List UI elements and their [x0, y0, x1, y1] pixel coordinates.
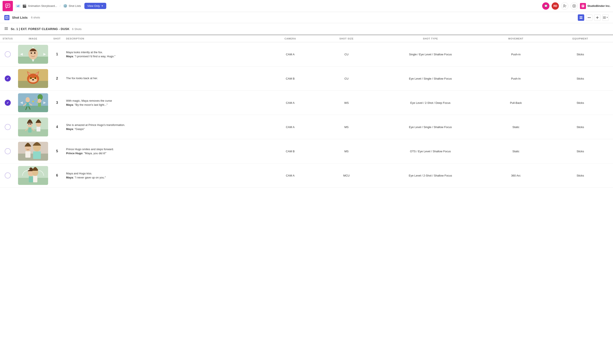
svg-rect-0: [6, 4, 10, 7]
shot-description: Prince Hugo smiles and steps forward.Pri…: [64, 139, 264, 163]
status-cell[interactable]: [0, 91, 15, 115]
status-cell[interactable]: [0, 115, 15, 139]
shot-type: Eye Level / Single / Shallow Focus: [377, 115, 484, 139]
more-options-button[interactable]: •••: [586, 14, 592, 21]
storyboard-image: [18, 166, 48, 185]
scene-number: Sc. 1: [11, 27, 18, 31]
nav-project: 🎬 Animation Storyboard...: [22, 4, 57, 8]
status-empty-icon[interactable]: [5, 172, 11, 179]
table-row: 5Prince Hugo smiles and steps forward.Pr…: [0, 139, 613, 163]
shot-number: 5: [51, 139, 64, 163]
col-status: STATUS: [0, 35, 15, 42]
movement: Push-in: [484, 42, 548, 66]
grid-view-button[interactable]: [578, 14, 584, 21]
col-shot-type: SHOT TYPE: [377, 35, 484, 42]
shot-image-cell: [15, 42, 51, 66]
description-main: Maya and Hugo kiss.: [66, 172, 262, 175]
shot-size: MCU: [316, 163, 377, 188]
status-empty-icon[interactable]: [5, 124, 11, 130]
nav-separator: /: [60, 4, 61, 8]
col-movement: MOVEMENT: [484, 35, 548, 42]
description-main: Prince Hugo smiles and steps forward.: [66, 148, 262, 151]
movement: Static: [484, 115, 548, 139]
more-options-icon: •••: [588, 16, 591, 19]
svg-rect-4: [582, 5, 584, 7]
svg-rect-74: [29, 176, 33, 182]
shot-description: She is amazed at Prince Hugo's transform…: [64, 115, 264, 139]
shot-number: 3: [51, 91, 64, 115]
svg-point-45: [32, 101, 34, 102]
svg-rect-69: [25, 151, 30, 158]
svg-point-48: [38, 99, 41, 103]
movement: Pull-Back: [484, 91, 548, 115]
svg-rect-55: [28, 127, 32, 132]
status-empty-icon[interactable]: [5, 51, 11, 57]
table-row: 6Maya and Hugo kiss.Maya: "I never gave …: [0, 163, 613, 188]
svg-point-63: [30, 123, 31, 125]
shot-description: The fox looks back at her.: [64, 66, 264, 91]
camera: CAM B: [264, 139, 316, 163]
add-button[interactable]: [594, 14, 600, 21]
svg-rect-6: [580, 16, 581, 17]
view-only-button[interactable]: View Only ▼: [84, 3, 106, 9]
svg-rect-67: [33, 151, 41, 159]
shot-image-cell: [15, 66, 51, 91]
col-camera: CAMERA: [264, 35, 316, 42]
svg-point-33: [35, 77, 36, 79]
camera: CAM A: [264, 42, 316, 66]
storyboard-image: [18, 142, 48, 161]
status-empty-icon[interactable]: [5, 148, 11, 154]
svg-rect-9: [581, 18, 582, 19]
svg-point-47: [37, 102, 38, 103]
equipment: Sticks: [548, 66, 613, 91]
svg-point-32: [30, 77, 32, 79]
nav-shot-lists-label: Shot Lists: [69, 4, 81, 8]
shot-image-cell: [15, 115, 51, 139]
shot-size: MS: [316, 139, 377, 163]
shot-number: 1: [51, 42, 64, 66]
description-dialog: Maya: "By the moon's last light...": [66, 103, 262, 106]
storyboard-image: [18, 93, 48, 112]
shot-image-cell: [15, 139, 51, 163]
shot-size: MS: [316, 115, 377, 139]
version-badge: v2: [15, 4, 21, 8]
table-header-row: STATUS IMAGE SHOT DESCRIPTION CAMERA SHO…: [0, 35, 613, 42]
svg-point-1: [564, 4, 565, 6]
status-cell[interactable]: [0, 163, 15, 188]
shot-number: 6: [51, 163, 64, 188]
svg-rect-75: [33, 176, 37, 182]
status-done-icon[interactable]: [5, 100, 11, 106]
user-avatar[interactable]: RD: [552, 2, 559, 10]
col-shot-size: SHOT SIZE: [316, 35, 377, 42]
status-cell[interactable]: [0, 139, 15, 163]
shot-size: WS: [316, 91, 377, 115]
chat-avatar[interactable]: 💬: [542, 2, 549, 10]
status-cell[interactable]: [0, 42, 15, 66]
equipment: Sticks: [548, 163, 613, 188]
list-view-button[interactable]: ▼: [602, 14, 609, 21]
add-user-icon[interactable]: [561, 2, 568, 10]
shot-description: With magic, Maya removes the curseMaya: …: [64, 91, 264, 115]
status-cell[interactable]: [0, 66, 15, 91]
sub-header-count: 6 shots: [31, 16, 40, 19]
shot-type: Eye Level / Single / Shallow Focus: [377, 66, 484, 91]
storyboard-image: [18, 45, 48, 64]
storyboard-image: [18, 117, 48, 136]
description-main: She is amazed at Prince Hugo's transform…: [66, 123, 262, 127]
camera: CAM A: [264, 115, 316, 139]
studio-binder-logo: StudioBinder Inc.: [580, 3, 611, 9]
play-icon[interactable]: [571, 2, 578, 10]
shot-size: CU: [316, 42, 377, 66]
movement: Push-In: [484, 66, 548, 91]
description-dialog: Maya: "Gasps": [66, 127, 262, 131]
app-icon: [2, 1, 13, 11]
nav-shot-lists-item[interactable]: ⚙️ Shot Lists: [63, 4, 81, 8]
scene-lines-icon: [4, 26, 8, 31]
table-row: 2The fox looks back at her.CAM BCUEye Le…: [0, 66, 613, 91]
shot-image-cell: [15, 163, 51, 188]
status-done-icon[interactable]: [5, 76, 11, 81]
scene-title: Sc. 1 | EXT. FOREST CLEARING - DUSK: [11, 27, 69, 31]
col-description: DESCRIPTION: [64, 35, 264, 42]
svg-point-34: [32, 79, 34, 80]
svg-point-39: [26, 97, 30, 102]
